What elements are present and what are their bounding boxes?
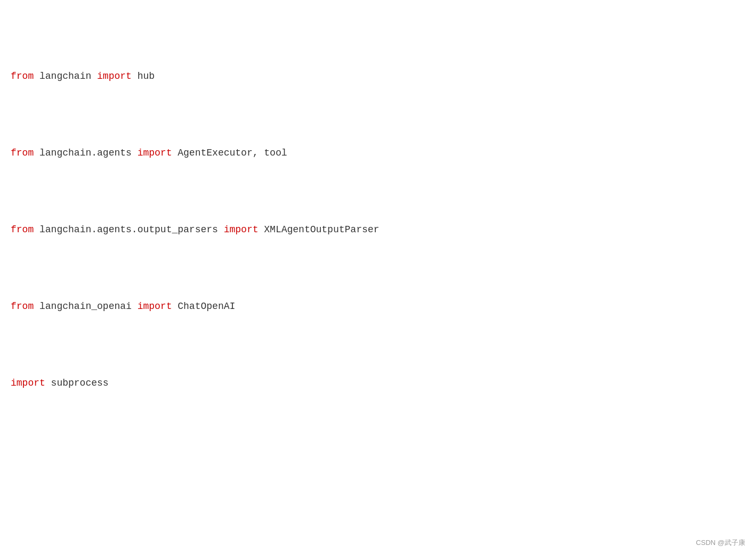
keyword-from: from [11,222,34,238]
keyword-import: import [11,376,45,391]
code-line-5: import subprocess [11,376,745,391]
blank-line-1 [11,452,745,468]
keyword-import: import [138,299,172,314]
code-line-4: from langchain_openai import ChatOpenAI [11,299,745,314]
watermark: CSDN @武子康 [696,537,745,549]
keyword-import: import [138,145,172,161]
code-line-3: from langchain.agents.output_parsers imp… [11,222,745,238]
keyword-import: import [224,222,259,238]
blank-line-2 [11,499,745,514]
code-editor: from langchain import hub from langchain… [0,0,756,554]
keyword-from: from [11,145,34,161]
keyword-from: from [11,299,34,314]
keyword-import: import [97,69,132,84]
code-line-2: from langchain.agents import AgentExecut… [11,145,745,161]
code-line-1: from langchain import hub [11,69,745,84]
keyword-from: from [11,69,34,84]
